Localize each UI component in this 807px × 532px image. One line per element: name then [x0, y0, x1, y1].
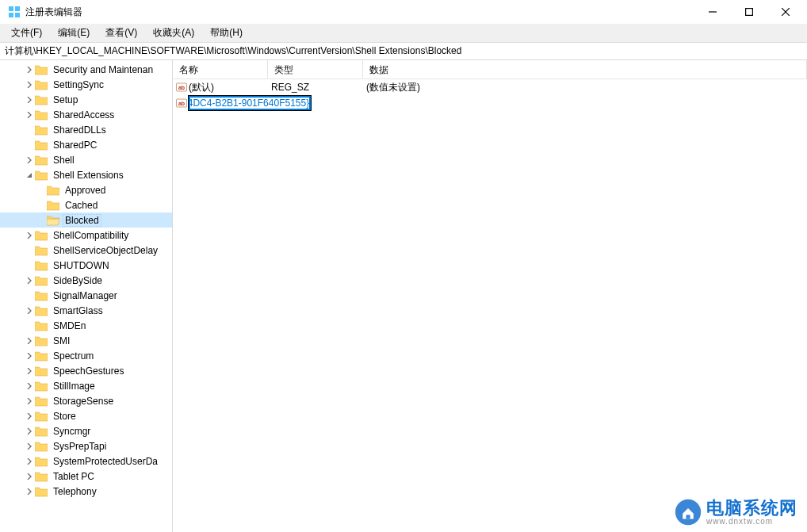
folder-icon [35, 245, 48, 256]
tree-item[interactable]: SMI [0, 333, 172, 348]
folder-icon [35, 290, 48, 301]
tree-item[interactable]: SMDEn [0, 318, 172, 333]
folder-icon [35, 486, 48, 497]
svg-rect-2 [9, 13, 13, 17]
tree-item[interactable]: Approved [0, 182, 172, 197]
chevron-right-icon[interactable] [24, 335, 35, 346]
values-header: 名称 类型 数据 [173, 60, 807, 79]
tree-item-label: Store [51, 411, 78, 422]
folder-icon [47, 185, 59, 196]
chevron-right-icon[interactable] [24, 305, 35, 316]
chevron-right-icon[interactable] [24, 471, 35, 482]
menu-favorites[interactable]: 收藏夹(A) [145, 24, 202, 42]
tree-item[interactable]: Store [0, 408, 172, 423]
folder-icon [35, 79, 48, 90]
tree-item[interactable]: Blocked [0, 212, 172, 228]
minimize-button[interactable] [694, 0, 731, 24]
folder-icon [35, 305, 48, 316]
column-header-type[interactable]: 类型 [268, 60, 363, 78]
value-row[interactable]: ab [173, 95, 807, 111]
chevron-right-icon[interactable] [24, 275, 35, 286]
address-bar[interactable]: 计算机\HKEY_LOCAL_MACHINE\SOFTWARE\Microsof… [0, 43, 807, 60]
folder-icon [35, 155, 48, 166]
chevron-right-icon[interactable] [24, 381, 35, 392]
tree-item[interactable]: SignalManager [0, 288, 172, 303]
tree-item[interactable]: Telephony [0, 484, 172, 499]
tree-item[interactable]: SpeechGestures [0, 363, 172, 378]
window-buttons [694, 0, 804, 24]
chevron-right-icon[interactable] [24, 486, 35, 497]
titlebar: 注册表编辑器 [0, 0, 807, 24]
tree-item-label: SmartGlass [51, 305, 105, 316]
tree-item-label: ShellCompatibility [51, 230, 131, 241]
folder-icon [35, 441, 48, 452]
tree-item[interactable]: SharedDLLs [0, 122, 172, 137]
tree-item[interactable]: StillImage [0, 378, 172, 393]
folder-icon [35, 64, 48, 75]
tree-item[interactable]: SystemProtectedUserDa [0, 454, 172, 469]
tree-item[interactable]: ShellServiceObjectDelay [0, 243, 172, 258]
close-button[interactable] [767, 0, 804, 24]
menu-file[interactable]: 文件(F) [3, 24, 50, 42]
tree-item-label: SharedDLLs [51, 124, 109, 136]
tree-item-label: SettingSync [51, 79, 106, 90]
tree-item[interactable]: SharedAccess [0, 107, 172, 122]
tree-item[interactable]: SideBySide [0, 273, 172, 288]
values-body[interactable]: ab(默认)REG_SZ(数值未设置)ab [173, 79, 807, 532]
folder-icon [35, 230, 48, 241]
tree-item[interactable]: ShellCompatibility [0, 228, 172, 243]
tree-item-label: SpeechGestures [51, 366, 126, 377]
chevron-right-icon[interactable] [24, 426, 35, 437]
tree-item-label: SignalManager [51, 290, 120, 301]
svg-rect-3 [15, 13, 20, 17]
chevron-down-icon[interactable] [24, 170, 35, 181]
chevron-right-icon[interactable] [24, 396, 35, 407]
folder-icon [35, 109, 48, 121]
menu-help[interactable]: 帮助(H) [202, 24, 251, 42]
svg-text:ab: ab [178, 85, 185, 90]
tree-item[interactable]: Security and Maintenan [0, 62, 172, 77]
chevron-right-icon[interactable] [24, 456, 35, 467]
tree-item[interactable]: StorageSense [0, 393, 172, 408]
column-header-data[interactable]: 数据 [363, 60, 807, 78]
tree-item[interactable]: Cached [0, 197, 172, 212]
tree-item-label: SharedAccess [51, 109, 117, 121]
chevron-right-icon[interactable] [24, 155, 35, 166]
svg-rect-0 [9, 6, 13, 11]
chevron-right-icon[interactable] [24, 230, 35, 241]
tree-item[interactable]: Syncmgr [0, 423, 172, 438]
tree-item[interactable]: Spectrum [0, 348, 172, 363]
folder-open-icon [47, 215, 59, 226]
tree-item[interactable]: Shell [0, 152, 172, 167]
tree-item[interactable]: SHUTDOWN [0, 258, 172, 273]
value-name-edit-input[interactable] [189, 96, 311, 110]
tree-item-label: SideBySide [51, 275, 105, 286]
folder-icon [35, 350, 48, 362]
tree-panel[interactable]: Security and MaintenanSettingSyncSetupSh… [0, 60, 173, 532]
column-header-name[interactable]: 名称 [173, 60, 268, 78]
menu-view[interactable]: 查看(V) [98, 24, 145, 42]
chevron-right-icon[interactable] [24, 350, 35, 362]
chevron-right-icon[interactable] [24, 411, 35, 422]
folder-icon [35, 320, 48, 331]
tree-item[interactable]: Setup [0, 92, 172, 107]
chevron-right-icon[interactable] [24, 366, 35, 377]
tree-item[interactable]: Shell Extensions [0, 167, 172, 182]
chevron-right-icon[interactable] [24, 79, 35, 90]
chevron-right-icon[interactable] [24, 441, 35, 452]
tree-item[interactable]: SharedPC [0, 137, 172, 152]
menu-edit[interactable]: 编辑(E) [50, 24, 98, 42]
folder-icon [35, 366, 48, 377]
value-row[interactable]: ab(默认)REG_SZ(数值未设置) [173, 79, 807, 95]
tree-item[interactable]: Tablet PC [0, 469, 172, 484]
folder-icon [35, 140, 48, 151]
chevron-right-icon[interactable] [24, 109, 35, 121]
tree-item[interactable]: SmartGlass [0, 303, 172, 318]
tree-item[interactable]: SysPrepTapi [0, 438, 172, 454]
app-icon [8, 6, 21, 18]
maximize-button[interactable] [731, 0, 767, 24]
chevron-right-icon[interactable] [24, 94, 35, 105]
tree-item-label: SysPrepTapi [51, 441, 109, 452]
tree-item[interactable]: SettingSync [0, 77, 172, 92]
chevron-right-icon[interactable] [24, 64, 35, 75]
